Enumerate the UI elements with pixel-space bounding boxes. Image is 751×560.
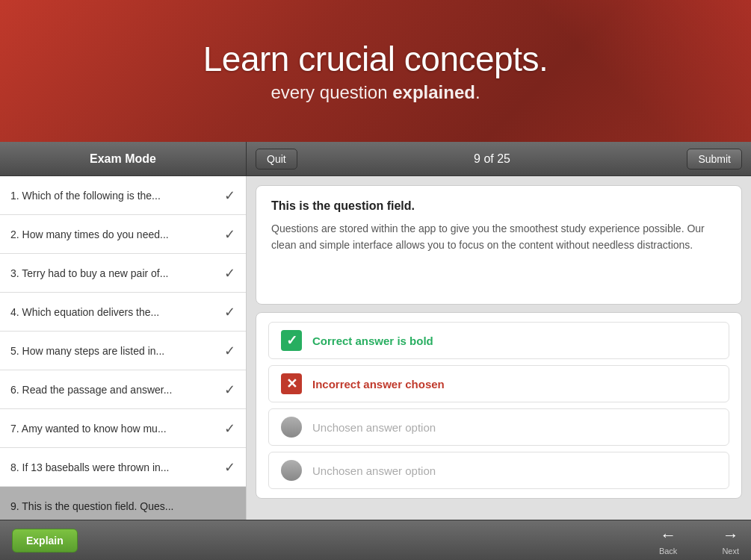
sidebar-item-text-6: 6. Read the passage and answer...: [10, 384, 218, 396]
app-container: Exam Mode Quit 9 of 25 Submit 1. Which o…: [0, 142, 751, 560]
sidebar-header: Exam Mode: [0, 142, 247, 175]
sidebar-item-4[interactable]: 4. Which equation delivers the...✓: [0, 293, 246, 332]
back-button[interactable]: ← Back: [659, 526, 677, 556]
sidebar-item-text-7: 7. Amy wanted to know how mu...: [10, 423, 218, 435]
answer-text-3: Unchosen answer option: [312, 421, 436, 434]
sidebar-item-text-5: 5. How many steps are listed in...: [10, 345, 218, 357]
answer-text-4: Unchosen answer option: [312, 464, 436, 477]
main-panel: This is the question field. Questions ar…: [247, 176, 751, 520]
answer-option-3[interactable]: Unchosen answer option: [268, 408, 729, 446]
checkmark-icon-8: ✓: [224, 459, 235, 476]
sidebar-item-text-3: 3. Terry had to buy a new pair of...: [10, 267, 218, 279]
hero-title: Learn crucial concepts.: [203, 39, 548, 79]
answer-text-1: Correct answer is bold: [312, 335, 433, 347]
explain-button[interactable]: Explain: [12, 529, 78, 553]
progress-indicator: 9 of 25: [474, 152, 510, 166]
top-bar: Exam Mode Quit 9 of 25 Submit: [0, 142, 751, 176]
sidebar-item-5[interactable]: 5. How many steps are listed in...✓: [0, 332, 246, 370]
unchosen-icon-3: [281, 417, 302, 438]
checkmark-icon-7: ✓: [224, 420, 235, 437]
quit-button[interactable]: Quit: [256, 149, 297, 169]
unchosen-icon-4: [281, 460, 302, 481]
checkmark-icon-1: ✓: [224, 187, 235, 204]
answer-option-1[interactable]: ✓Correct answer is bold: [268, 322, 729, 359]
question-card: This is the question field. Questions ar…: [256, 185, 742, 305]
bottom-bar: Explain ← Back → Next: [0, 520, 751, 560]
sidebar-item-text-1: 1. Which of the following is the...: [10, 190, 218, 202]
submit-button[interactable]: Submit: [687, 149, 742, 169]
answer-text-2: Incorrect answer chosen: [312, 378, 445, 391]
checkmark-icon-5: ✓: [224, 343, 235, 359]
hero-subtitle: every question explained.: [271, 82, 480, 103]
question-title: This is the question field.: [271, 199, 726, 213]
sidebar-item-text-8: 8. If 13 baseballs were thrown in...: [10, 461, 218, 473]
exam-mode-label: Exam Mode: [90, 152, 156, 166]
main-top-bar: Quit 9 of 25 Submit: [247, 149, 751, 169]
next-button[interactable]: → Next: [722, 526, 739, 556]
sidebar-item-2[interactable]: 2. How many times do you need...✓: [0, 215, 246, 254]
sidebar-item-text-9: 9. This is the question field. Ques...: [10, 500, 235, 512]
incorrect-icon-2: ✕: [281, 373, 302, 394]
checkmark-icon-4: ✓: [224, 304, 235, 320]
sidebar-item-text-4: 4. Which equation delivers the...: [10, 306, 218, 318]
answers-card: ✓Correct answer is bold✕Incorrect answer…: [256, 312, 742, 499]
answer-option-2[interactable]: ✕Incorrect answer chosen: [268, 365, 729, 402]
answer-option-4[interactable]: Unchosen answer option: [268, 452, 729, 489]
checkmark-icon-6: ✓: [224, 382, 235, 398]
checkmark-icon-2: ✓: [224, 226, 235, 243]
sidebar-item-1[interactable]: 1. Which of the following is the...✓: [0, 176, 246, 215]
content-area: 1. Which of the following is the...✓2. H…: [0, 176, 751, 520]
checkmark-icon-3: ✓: [224, 265, 235, 281]
correct-icon-1: ✓: [281, 330, 302, 351]
sidebar-item-9[interactable]: 9. This is the question field. Ques...: [0, 487, 246, 520]
sidebar-item-3[interactable]: 3. Terry had to buy a new pair of...✓: [0, 254, 246, 293]
sidebar-item-text-2: 2. How many times do you need...: [10, 228, 218, 240]
question-body: Questions are stored within the app to g…: [271, 220, 726, 254]
next-arrow-icon: →: [723, 526, 739, 545]
hero-section: Learn crucial concepts. every question e…: [0, 0, 751, 142]
question-sidebar: 1. Which of the following is the...✓2. H…: [0, 176, 247, 520]
nav-group: ← Back → Next: [659, 526, 739, 556]
sidebar-item-6[interactable]: 6. Read the passage and answer...✓: [0, 370, 246, 409]
back-arrow-icon: ←: [660, 526, 676, 545]
back-label: Back: [659, 547, 677, 556]
next-label: Next: [722, 547, 739, 556]
sidebar-item-7[interactable]: 7. Amy wanted to know how mu...✓: [0, 409, 246, 448]
sidebar-item-8[interactable]: 8. If 13 baseballs were thrown in...✓: [0, 448, 246, 487]
